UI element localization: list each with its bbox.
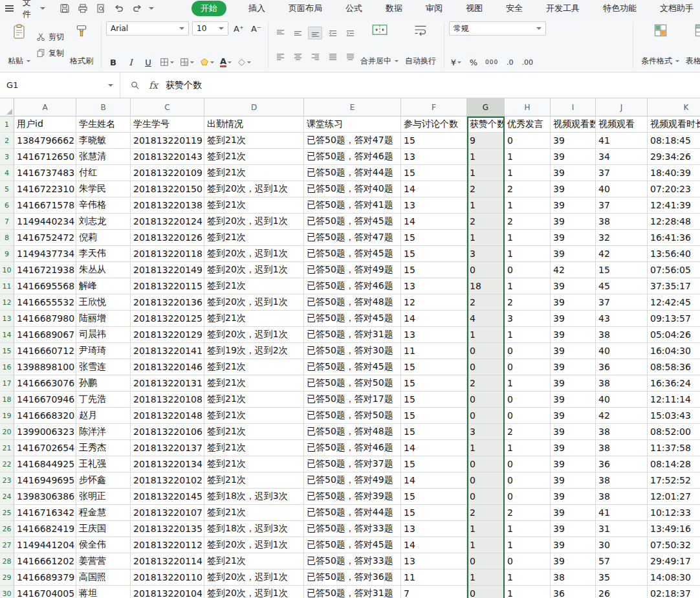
- row-header-7[interactable]: 7: [0, 214, 14, 230]
- cell-J22[interactable]: 36: [596, 456, 648, 472]
- cell-F1[interactable]: 参与讨论个数: [401, 116, 467, 133]
- cell-J13[interactable]: 43: [596, 311, 648, 327]
- row-header-6[interactable]: 6: [0, 197, 14, 214]
- cell-J19[interactable]: 42: [596, 408, 648, 424]
- cell-E24[interactable]: 已答50题，答对39题: [304, 489, 401, 505]
- cell-G9[interactable]: 3: [467, 246, 505, 262]
- row-header-30[interactable]: 30: [0, 586, 14, 598]
- cell-C19[interactable]: 201813220148: [131, 408, 204, 424]
- cell-D13[interactable]: 签到21次: [204, 311, 304, 327]
- cell-H7[interactable]: 2: [505, 214, 551, 230]
- paste-button[interactable]: 粘贴: [5, 21, 34, 69]
- cell-H1[interactable]: 优秀发言: [505, 116, 551, 133]
- cell-G1[interactable]: 获赞个数: [467, 116, 505, 133]
- cell-A11[interactable]: 1416695568: [14, 278, 76, 294]
- cell-C7[interactable]: 201813220124: [131, 214, 204, 230]
- cell-D6[interactable]: 签到21次: [204, 197, 304, 214]
- row-header-4[interactable]: 4: [0, 165, 14, 181]
- cell-E27[interactable]: 已答50题，答对45题: [304, 537, 401, 553]
- cell-F25[interactable]: 15: [401, 505, 467, 521]
- cell-K4[interactable]: 18:40:39: [648, 165, 700, 181]
- cell-J11[interactable]: 45: [596, 278, 648, 294]
- cell-A24[interactable]: 1398306386: [14, 489, 76, 505]
- cell-K14[interactable]: 05:04:26: [648, 327, 700, 343]
- cell-J16[interactable]: 36: [596, 359, 648, 375]
- cell-J27[interactable]: 30: [596, 537, 648, 553]
- cell-D9[interactable]: 签到20次，迟到1次: [204, 246, 304, 262]
- select-all-corner[interactable]: [0, 98, 14, 116]
- cell-J2[interactable]: 41: [596, 133, 648, 149]
- cell-G2[interactable]: 9: [467, 133, 505, 149]
- font-family-select[interactable]: Arial: [106, 21, 189, 36]
- cell-C9[interactable]: 201813220118: [131, 246, 204, 262]
- cell-K13[interactable]: 09:13:57: [648, 311, 700, 327]
- cell-I7[interactable]: 39: [551, 214, 596, 230]
- column-header-K[interactable]: K: [648, 98, 700, 116]
- cell-A27[interactable]: 1149441204: [14, 537, 76, 553]
- cell-B19[interactable]: 赵月: [76, 408, 131, 424]
- cell-F20[interactable]: 15: [401, 424, 467, 440]
- cell-J6[interactable]: 37: [596, 197, 648, 214]
- cell-F17[interactable]: 15: [401, 375, 467, 392]
- cell-E28[interactable]: 已答50题，答对33题: [304, 553, 401, 570]
- cell-A8[interactable]: 1416752472: [14, 230, 76, 246]
- cell-J14[interactable]: 38: [596, 327, 648, 343]
- cell-G11[interactable]: 18: [467, 278, 505, 294]
- cell-H9[interactable]: 1: [505, 246, 551, 262]
- row-header-14[interactable]: 14: [0, 327, 14, 343]
- cell-F9[interactable]: 15: [401, 246, 467, 262]
- cell-K20[interactable]: 08:52:00: [648, 424, 700, 440]
- cell-H8[interactable]: 1: [505, 230, 551, 246]
- cell-D1[interactable]: 出勤情况: [204, 116, 304, 133]
- cell-J1[interactable]: 视频观看: [596, 116, 648, 133]
- cell-C8[interactable]: 201813220126: [131, 230, 204, 246]
- cell-G20[interactable]: 3: [467, 424, 505, 440]
- font-size-select[interactable]: 10: [192, 21, 228, 36]
- cell-J28[interactable]: 57: [596, 553, 648, 570]
- cell-I3[interactable]: 39: [551, 149, 596, 165]
- cell-G30[interactable]: 0: [467, 586, 505, 598]
- cell-D29[interactable]: 签到20次，迟到1次: [204, 570, 304, 586]
- cell-A15[interactable]: 1416660712: [14, 343, 76, 359]
- wrap-text-button[interactable]: 自动换行: [402, 21, 439, 69]
- cell-F10[interactable]: 15: [401, 262, 467, 278]
- conditional-format-button[interactable]: 条件格式: [638, 21, 683, 69]
- cell-I19[interactable]: 39: [551, 408, 596, 424]
- cell-I15[interactable]: 39: [551, 343, 596, 359]
- row-header-5[interactable]: 5: [0, 181, 14, 197]
- cell-C11[interactable]: 201813220115: [131, 278, 204, 294]
- cell-C18[interactable]: 201813220108: [131, 392, 204, 408]
- row-header-11[interactable]: 11: [0, 278, 14, 294]
- cell-K11[interactable]: 37:35:17: [648, 278, 700, 294]
- cell-B24[interactable]: 张明正: [76, 489, 131, 505]
- cell-F22[interactable]: 15: [401, 456, 467, 472]
- row-header-15[interactable]: 15: [0, 343, 14, 359]
- cell-B6[interactable]: 辛伟格: [76, 197, 131, 214]
- cell-F30[interactable]: 7: [401, 586, 467, 598]
- cell-C4[interactable]: 201813220109: [131, 165, 204, 181]
- cell-D7[interactable]: 签到20次，迟到1次: [204, 214, 304, 230]
- cell-G28[interactable]: 0: [467, 553, 505, 570]
- cell-C15[interactable]: 201813220141: [131, 343, 204, 359]
- cell-B9[interactable]: 李天伟: [76, 246, 131, 262]
- cell-C3[interactable]: 201813220143: [131, 149, 204, 165]
- cell-A10[interactable]: 1416721938: [14, 262, 76, 278]
- cell-E23[interactable]: 已答50题，答对49题: [304, 472, 401, 489]
- cell-C20[interactable]: 201813220106: [131, 424, 204, 440]
- cell-K17[interactable]: 16:36:24: [648, 375, 700, 392]
- cell-E12[interactable]: 已答50题，答对48题: [304, 294, 401, 311]
- cell-D22[interactable]: 签到21次: [204, 456, 304, 472]
- tab-开发工具[interactable]: 开发工具: [545, 1, 581, 16]
- cell-E6[interactable]: 已答50题，答对41题: [304, 197, 401, 214]
- cell-K25[interactable]: 10:12:33: [648, 505, 700, 521]
- cell-F5[interactable]: 14: [401, 181, 467, 197]
- tab-插入[interactable]: 插入: [247, 1, 267, 16]
- cell-H16[interactable]: 0: [505, 359, 551, 375]
- tab-安全[interactable]: 安全: [505, 1, 524, 16]
- redo-icon[interactable]: [131, 3, 144, 14]
- cell-C22[interactable]: 201813220134: [131, 456, 204, 472]
- cell-I18[interactable]: 39: [551, 392, 596, 408]
- bold-button[interactable]: B: [106, 56, 120, 69]
- row-header-17[interactable]: 17: [0, 375, 14, 392]
- cell-J23[interactable]: 38: [596, 472, 648, 489]
